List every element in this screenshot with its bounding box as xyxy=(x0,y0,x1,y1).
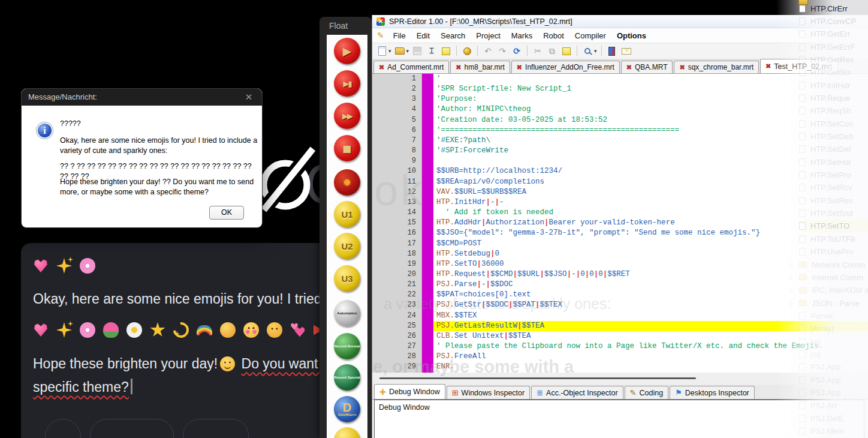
refresh-button[interactable]: ⟳ xyxy=(511,45,523,57)
chat-action-pill-button-1[interactable] xyxy=(90,419,174,438)
user-1-button[interactable]: U1 xyxy=(334,201,360,227)
toolbar-separator xyxy=(477,46,478,56)
inspector-tab-windows-inspector[interactable]: ⊞Windows Inspector xyxy=(447,386,531,399)
record-special-button[interactable]: Record Special xyxy=(334,364,360,391)
float-toolbar-title[interactable]: Float xyxy=(329,21,348,31)
tab-close-icon[interactable]: ✖ xyxy=(626,64,632,71)
line-number-8: 8 xyxy=(372,146,421,156)
play-button[interactable]: ▶ xyxy=(334,38,360,64)
open-file-button-dropdown-icon[interactable]: ▾ xyxy=(406,48,409,54)
tab-close-icon[interactable]: ✖ xyxy=(765,62,771,70)
splitter-handle[interactable] xyxy=(379,377,696,379)
find-button[interactable] xyxy=(581,45,593,57)
function-list-item-htp-toutf8[interactable]: HTP.ToUTF8 xyxy=(799,233,868,245)
inspector-tab-coding[interactable]: ✎Coding xyxy=(625,386,669,399)
function-list-item--array-[interactable]: [Array] xyxy=(799,323,868,335)
menu-item-options[interactable]: Options xyxy=(611,31,652,40)
tab-close-icon[interactable]: ✖ xyxy=(517,64,522,71)
menu-item-project[interactable]: Project xyxy=(471,31,505,40)
stop-button[interactable]: ◼ xyxy=(334,135,360,161)
open-file-button[interactable] xyxy=(394,45,406,57)
close-all-button[interactable]: ⌶ xyxy=(426,45,438,57)
compile-button[interactable] xyxy=(461,45,473,57)
function-list-item-psj-app[interactable]: PSJ.App xyxy=(799,374,868,386)
chat-action-circle-button[interactable] xyxy=(45,419,81,438)
chat-action-pill-button-2[interactable] xyxy=(183,419,249,438)
new-file-button[interactable] xyxy=(376,45,388,57)
function-list-item-htp-getres[interactable]: HTP.GetRes xyxy=(799,53,868,65)
close-icon[interactable]: ✕ xyxy=(242,89,256,106)
function-list-item-htp-convcp[interactable]: HTP.ConvCP xyxy=(799,15,868,27)
expand-icon[interactable]: ▷ xyxy=(789,262,794,268)
function-list-item-htp-reqsh[interactable]: HTP.ReqSh xyxy=(799,105,868,117)
function-list-item-ipc-interkom-and[interactable]: ▷IPC, InterKOM and xyxy=(799,284,868,296)
user-3-button[interactable]: U3 xyxy=(334,265,360,292)
new-file-button-dropdown-icon[interactable]: ▾ xyxy=(388,48,391,54)
inspector-tab-acc-object-inspector[interactable]: ≣Acc.-Object Inspector xyxy=(531,386,623,399)
user-2-button[interactable]: U2 xyxy=(334,233,360,259)
automation-button[interactable]: Automation xyxy=(334,300,360,326)
function-list-item-psj[interactable]: psj xyxy=(799,348,868,360)
editor-tab-ad_comment.mrt[interactable]: ✖Ad_Comment.mrt xyxy=(373,61,449,73)
step-button[interactable]: ▶▮ xyxy=(334,70,360,97)
function-list-item-json-parse[interactable]: ▷JSON - Parse xyxy=(799,297,868,309)
function-list-item-pgj[interactable]: pgj xyxy=(799,335,868,347)
function-list-item-htp-usepro[interactable]: HTP.UsePro xyxy=(799,246,868,258)
function-list-item-psj-arr[interactable]: PSJ.Arr xyxy=(799,400,868,412)
fast-forward-button[interactable]: ▶▶ xyxy=(334,103,360,129)
function-list-item-internet-comm[interactable]: ▷Internet Comm xyxy=(799,271,868,283)
find-button-dropdown-icon[interactable]: ▾ xyxy=(594,48,597,54)
function-list-item-htp-setcon[interactable]: HTP.SetCon xyxy=(799,118,868,130)
editor-tab-sqx_chrome_bar.mrt[interactable]: ✖sqx_chrome_bar.mrt xyxy=(674,61,759,73)
data-macro-button[interactable]: DDataMacro xyxy=(334,396,360,422)
tab-close-icon[interactable]: ✖ xyxy=(379,64,384,71)
function-list-item-htp-setres[interactable]: HTP.SetRes xyxy=(799,194,868,206)
function-list-item-psj-mem[interactable]: PSJ.Mem xyxy=(799,425,868,437)
function-list-item-psj-dele[interactable]: PSJ.DelE xyxy=(799,412,868,424)
code-token: | xyxy=(486,280,491,289)
tab-close-icon[interactable]: ✖ xyxy=(456,64,461,71)
function-list-item-htp-getsts[interactable]: HTP.GetSts xyxy=(799,67,868,79)
function-list-item-htp-sethdr[interactable]: HTP.SetHdr xyxy=(799,156,868,168)
ok-button[interactable]: OK xyxy=(209,206,244,220)
function-list-item-psj-app[interactable]: PSJ.App xyxy=(799,361,868,373)
function-list-item-htp-inithdr[interactable]: HTP.InitHdr xyxy=(799,79,868,91)
mail-button[interactable] xyxy=(620,45,632,57)
expand-icon[interactable]: ▷ xyxy=(789,300,794,306)
function-list-item-htp-setrcv[interactable]: HTP.SetRcv xyxy=(799,182,868,194)
tab-close-icon[interactable]: ✖ xyxy=(679,64,685,71)
function-list-item-htp-reque[interactable]: HTP.Reque xyxy=(799,92,868,104)
record-normal-button[interactable]: Record Normal xyxy=(334,333,360,359)
menu-item-compiler[interactable]: Compiler xyxy=(569,31,611,40)
function-list-item-htp-clrerr[interactable]: HTP.ClrErr xyxy=(799,2,868,14)
expand-icon[interactable]: ▷ xyxy=(789,287,794,293)
function-list-item-htp-geterr[interactable]: HTP.GetErr xyxy=(799,28,868,40)
menu-item-file[interactable]: File xyxy=(388,31,411,40)
function-list-item-htp-geterrf[interactable]: HTP.GetErrF xyxy=(799,41,868,53)
editor-tab-qba.mrt[interactable]: ✖QBA.MRT xyxy=(621,61,673,73)
function-list-item-parser[interactable]: Parser xyxy=(799,310,868,322)
function-list-item-psj-app[interactable]: PSJ.App xyxy=(799,387,868,399)
menu-item-marks[interactable]: Marks xyxy=(506,31,538,40)
function-list-item-htp-setdeb[interactable]: HTP.SetDeb xyxy=(799,131,868,143)
line-number-3: 3 xyxy=(372,94,421,104)
editor-tab-influenzer_addon_free.mrt[interactable]: ✖Influenzer_AddOn_Free.mrt xyxy=(511,61,620,73)
function-list-item-network-comm[interactable]: ▷Network Comm xyxy=(799,259,868,271)
code-token: Parse xyxy=(454,280,477,289)
code-token: HTP. xyxy=(436,270,454,278)
menu-item-robot[interactable]: Robot xyxy=(538,31,569,40)
inspector-tab-debug-window[interactable]: ✚Debug Window xyxy=(374,384,445,399)
function-list-item-htp-setdef[interactable]: HTP.SetDef xyxy=(799,143,868,155)
function-list-item-htp-setsnd[interactable]: HTP.SetSnd xyxy=(799,208,868,220)
save-as-button[interactable] xyxy=(440,45,452,57)
paste-button[interactable] xyxy=(560,45,572,57)
function-list-item-htp-setto[interactable]: HTP.SetTO xyxy=(799,220,868,232)
inspector-tab-desktops-inspector[interactable]: ⚑Desktops Inspector xyxy=(670,386,755,399)
dragon-button[interactable]: ✹ xyxy=(334,169,360,196)
exit-button[interactable] xyxy=(606,45,618,57)
expand-icon[interactable]: ▷ xyxy=(789,274,794,280)
editor-tab-hm8_bar.mrt[interactable]: ✖hm8_bar.mrt xyxy=(450,61,510,73)
menu-item-edit[interactable]: Edit xyxy=(411,31,435,40)
menu-item-search[interactable]: Search xyxy=(435,31,471,40)
function-list-item-htp-setpro[interactable]: HTP.SetPro xyxy=(799,169,868,181)
